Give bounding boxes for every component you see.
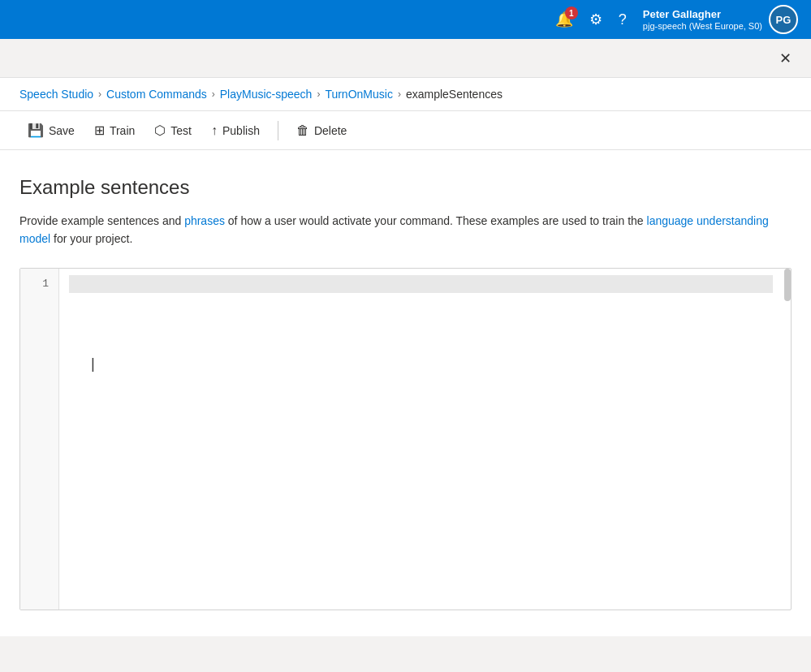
close-icon: ✕	[779, 50, 792, 67]
breadcrumb: Speech Studio › Custom Commands › PlayMu…	[0, 78, 811, 111]
notification-button[interactable]: 🔔 1	[555, 11, 573, 28]
help-button[interactable]: ?	[619, 11, 627, 28]
description: Provide example sentences and phrases of…	[19, 212, 792, 248]
train-icon: ⊞	[94, 123, 105, 138]
toolbar-separator	[278, 121, 278, 140]
delete-icon: 🗑	[296, 123, 309, 138]
breadcrumb-sep-1: ›	[98, 88, 101, 100]
scrollbar[interactable]	[783, 269, 791, 610]
line-numbers: 1	[20, 269, 59, 610]
test-icon: ⬡	[154, 123, 166, 138]
user-avatar[interactable]: PG	[769, 5, 798, 34]
line-number-1: 1	[20, 275, 58, 293]
publish-button[interactable]: ↑ Publish	[203, 118, 268, 143]
breadcrumb-custom-commands[interactable]: Custom Commands	[106, 88, 207, 101]
breadcrumb-sep-4: ›	[398, 88, 401, 100]
publish-label: Publish	[222, 124, 260, 137]
scrollbar-thumb[interactable]	[784, 269, 791, 301]
breadcrumb-sep-3: ›	[317, 88, 320, 100]
delete-label: Delete	[314, 124, 347, 137]
save-icon: 💾	[28, 123, 44, 138]
editor-cursor: |	[88, 356, 97, 373]
user-subscription: pjg-speech (West Europe, S0)	[643, 21, 762, 31]
save-button[interactable]: 💾 Save	[19, 118, 83, 143]
save-label: Save	[49, 124, 75, 137]
user-info: Peter Gallagher pjg-speech (West Europe,…	[643, 5, 798, 34]
main-content: Example sentences Provide example senten…	[0, 150, 811, 636]
editor-content[interactable]: |	[59, 269, 791, 610]
description-link-phrases[interactable]: phrases	[184, 214, 225, 227]
description-link-model[interactable]: language understanding model	[19, 214, 769, 245]
header-icons: 🔔 1 ⚙ ? Peter Gallagher pjg-speech (West…	[555, 5, 798, 34]
settings-button[interactable]: ⚙	[589, 11, 602, 28]
breadcrumb-sep-2: ›	[212, 88, 215, 100]
breadcrumb-turnonmusic[interactable]: TurnOnMusic	[325, 88, 393, 101]
page-title: Example sentences	[19, 176, 792, 199]
user-details: Peter Gallagher pjg-speech (West Europe,…	[643, 8, 762, 31]
test-button[interactable]: ⬡ Test	[146, 118, 200, 143]
train-button[interactable]: ⊞ Train	[86, 118, 143, 143]
editor-container[interactable]: 1 |	[19, 268, 792, 610]
delete-button[interactable]: 🗑 Delete	[288, 118, 355, 143]
toolbar: 💾 Save ⊞ Train ⬡ Test ↑ Publish 🗑 Delete	[0, 111, 811, 150]
user-name: Peter Gallagher	[643, 8, 762, 21]
header-bar: 🔔 1 ⚙ ? Peter Gallagher pjg-speech (West…	[0, 0, 811, 39]
notification-badge: 1	[565, 6, 578, 19]
editor-active-line	[69, 275, 773, 293]
breadcrumb-speech-studio[interactable]: Speech Studio	[19, 88, 93, 101]
test-label: Test	[170, 124, 192, 137]
breadcrumb-current: exampleSentences	[406, 88, 503, 101]
train-label: Train	[110, 124, 135, 137]
close-button[interactable]: ✕	[772, 45, 798, 71]
breadcrumb-playmusic-speech[interactable]: PlayMusic-speech	[220, 88, 313, 101]
publish-icon: ↑	[211, 123, 218, 138]
sub-header: ✕	[0, 39, 811, 78]
